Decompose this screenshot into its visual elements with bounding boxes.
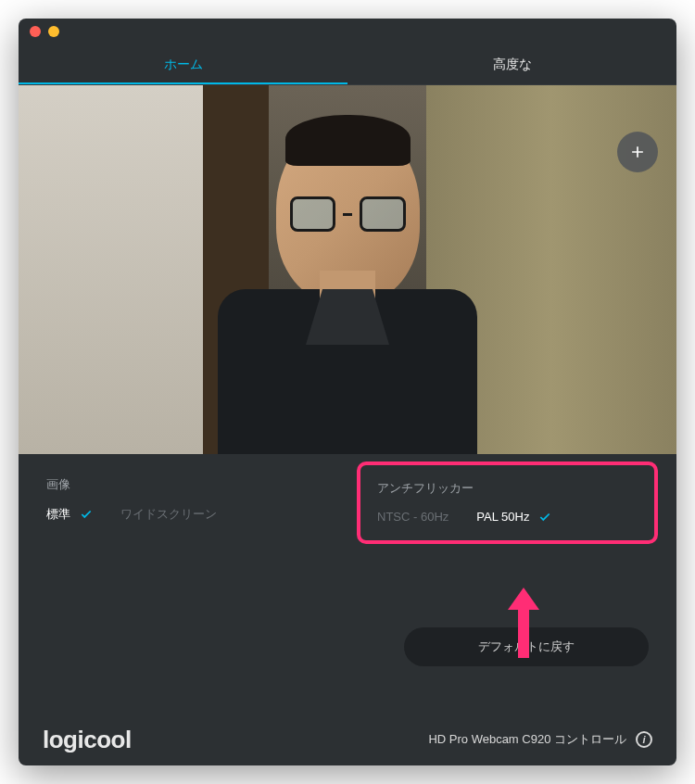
image-group: 画像 標準 ワイドスクリーン bbox=[46, 476, 338, 544]
camera-preview bbox=[19, 85, 676, 454]
device-info: HD Pro Webcam C920 コントロール i bbox=[428, 731, 652, 748]
device-name: HD Pro Webcam C920 コントロール bbox=[428, 731, 626, 748]
option-ntsc[interactable]: NTSC - 60Hz bbox=[377, 510, 449, 524]
antiflicker-label: アンチフリッカー bbox=[377, 480, 638, 497]
preview-glasses bbox=[290, 196, 406, 232]
callout-arrow bbox=[500, 584, 547, 662]
tab-advanced[interactable]: 高度な bbox=[348, 44, 676, 84]
plus-icon bbox=[628, 143, 647, 161]
antiflicker-options: NTSC - 60Hz PAL 50Hz bbox=[377, 510, 638, 524]
reset-wrap: デフォルトに戻す bbox=[19, 627, 676, 666]
preview-body bbox=[218, 289, 477, 454]
antiflicker-highlight-box: アンチフリッカー NTSC - 60Hz PAL 50Hz bbox=[357, 462, 658, 544]
preview-person bbox=[195, 122, 500, 454]
tab-home[interactable]: ホーム bbox=[19, 44, 348, 84]
option-pal[interactable]: PAL 50Hz bbox=[476, 510, 551, 524]
tab-bar: ホーム 高度な bbox=[19, 44, 676, 85]
antiflicker-group: アンチフリッカー NTSC - 60Hz PAL 50Hz bbox=[357, 476, 649, 544]
tab-advanced-label: 高度な bbox=[493, 57, 532, 73]
info-icon: i bbox=[642, 734, 645, 745]
option-ntsc-label: NTSC - 60Hz bbox=[377, 510, 449, 524]
arrow-icon bbox=[500, 584, 547, 658]
check-icon bbox=[538, 511, 551, 524]
preview-collar bbox=[306, 289, 389, 345]
preview-bridge bbox=[343, 213, 352, 216]
app-window: ホーム 高度な bbox=[19, 19, 676, 765]
option-pal-label: PAL 50Hz bbox=[476, 510, 529, 524]
check-icon bbox=[80, 508, 93, 521]
option-standard[interactable]: 標準 bbox=[46, 506, 93, 523]
image-options: 標準 ワイドスクリーン bbox=[46, 506, 338, 523]
titlebar bbox=[19, 19, 676, 44]
footer: logicool HD Pro Webcam C920 コントロール i bbox=[19, 714, 676, 765]
option-standard-label: 標準 bbox=[46, 506, 70, 523]
option-widescreen-label: ワイドスクリーン bbox=[120, 506, 217, 523]
preview-hair bbox=[285, 115, 411, 166]
tab-home-label: ホーム bbox=[164, 57, 203, 73]
option-widescreen[interactable]: ワイドスクリーン bbox=[120, 506, 217, 523]
settings-panel: 画像 標準 ワイドスクリーン アンチフリッカー NTSC - 60Hz bbox=[19, 454, 676, 544]
window-close-button[interactable] bbox=[30, 26, 41, 37]
add-button[interactable] bbox=[617, 132, 658, 172]
brand-logo: logicool bbox=[43, 726, 132, 754]
preview-bg-wall bbox=[19, 85, 203, 454]
info-button[interactable]: i bbox=[636, 731, 652, 748]
window-minimize-button[interactable] bbox=[48, 26, 59, 37]
preview-lens-left bbox=[290, 196, 336, 232]
preview-lens-right bbox=[360, 196, 406, 232]
image-group-label: 画像 bbox=[46, 476, 338, 493]
